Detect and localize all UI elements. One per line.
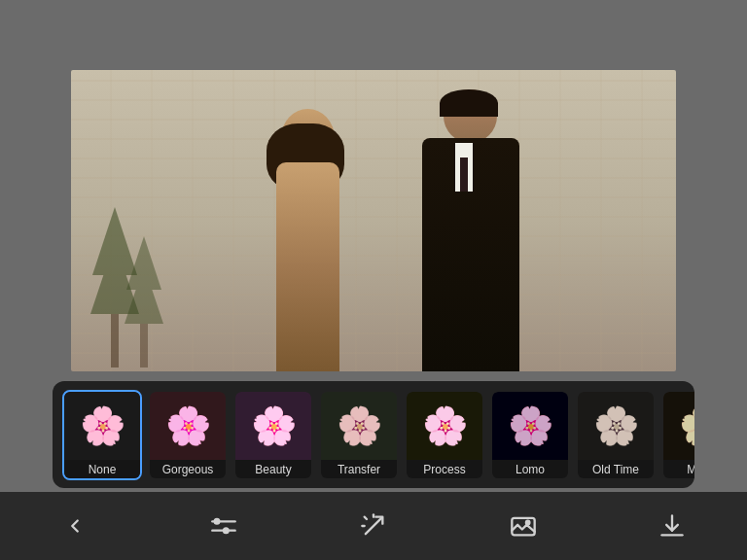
download-button[interactable] (648, 502, 696, 550)
gallery-button[interactable] (499, 502, 548, 550)
filter-item-moch[interactable]: 🌸 Moch (661, 390, 694, 480)
gallery-icon (510, 512, 537, 540)
photo-container (71, 70, 676, 371)
filter-item-none[interactable]: 🌸 None (62, 390, 142, 480)
effects-button[interactable] (349, 502, 398, 550)
filter-thumb-none: 🌸 (64, 392, 140, 460)
svg-marker-5 (124, 265, 163, 324)
filter-thumb-oldtime: 🌸 (578, 392, 654, 460)
filter-thumb-gorgeous: 🌸 (150, 392, 226, 460)
filter-item-gorgeous[interactable]: 🌸 Gorgeous (148, 390, 228, 480)
filter-item-beauty[interactable]: 🌸 Beauty (233, 390, 313, 480)
adjust-icon (210, 512, 237, 540)
filter-label-transfer: Transfer (321, 460, 397, 478)
filter-thumb-lomo: 🌸 (492, 392, 568, 460)
filter-thumb-transfer: 🌸 (321, 392, 397, 460)
filter-item-oldtime[interactable]: 🌸 Old Time (576, 390, 656, 480)
filter-label-moch: Moch (663, 460, 694, 478)
adjust-button[interactable] (199, 502, 248, 550)
svg-point-17 (525, 521, 529, 525)
svg-rect-0 (111, 309, 119, 368)
toolbar (0, 492, 747, 560)
back-button[interactable] (51, 502, 99, 550)
filter-label-oldtime: Old Time (578, 460, 654, 478)
svg-rect-3 (140, 319, 148, 368)
filter-item-transfer[interactable]: 🌸 Transfer (319, 390, 399, 480)
svg-line-12 (366, 518, 381, 534)
filter-item-process[interactable]: 🌸 Process (405, 390, 484, 480)
filter-label-beauty: Beauty (235, 460, 311, 478)
filter-label-process: Process (407, 460, 482, 478)
filter-label-gorgeous: Gorgeous (150, 460, 226, 478)
filter-label-lomo: Lomo (492, 460, 568, 478)
download-icon (658, 512, 686, 540)
main-area: 🌸 None 🌸 Gorgeous 🌸 Beauty 🌸 Transfer 🌸 (0, 0, 747, 560)
filter-thumb-process: 🌸 (407, 392, 482, 460)
filter-strip: 🌸 None 🌸 Gorgeous 🌸 Beauty 🌸 Transfer 🌸 (53, 381, 694, 488)
back-icon (64, 515, 86, 537)
filter-thumb-moch: 🌸 (663, 392, 694, 460)
filter-item-lomo[interactable]: 🌸 Lomo (490, 390, 570, 480)
couple-silhouette (198, 89, 549, 371)
svg-line-15 (365, 517, 367, 519)
filter-label-none: None (64, 460, 140, 478)
effects-icon (360, 512, 387, 540)
tree-right (124, 231, 163, 371)
filter-thumb-beauty: 🌸 (235, 392, 311, 460)
